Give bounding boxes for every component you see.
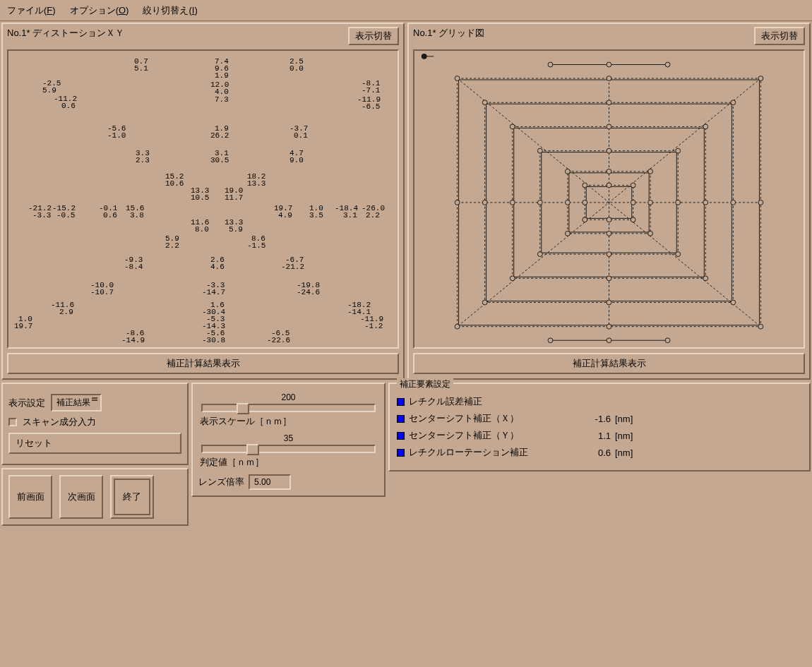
svg-point-51 xyxy=(607,169,611,174)
slider-group: 200 表示スケール［ｎｍ］ 35 判定値［ｎｍ］ レンズ倍率 5.00 xyxy=(191,383,386,497)
svg-point-48 xyxy=(607,252,611,257)
prev-screen-button[interactable]: 前画面 xyxy=(8,475,52,519)
svg-point-31 xyxy=(482,300,487,305)
next-screen-button[interactable]: 次画面 xyxy=(59,475,103,519)
distortion-value: -8.4 xyxy=(124,263,143,271)
distortion-value: -3.3 xyxy=(32,212,51,220)
svg-point-65 xyxy=(631,217,635,222)
menu-option[interactable]: オプション(O) xyxy=(70,4,129,17)
grid-toggle-button[interactable]: 表示切替 xyxy=(754,27,805,45)
svg-point-29 xyxy=(482,200,487,205)
svg-point-60 xyxy=(631,183,635,188)
correction-checkbox[interactable] xyxy=(397,432,405,440)
correction-checkbox[interactable] xyxy=(397,449,405,457)
display-settings-group: 表示設定 補正結果 スキャン成分入力 リセット xyxy=(1,383,189,465)
distortion-value: -22.6 xyxy=(267,337,290,344)
distortion-value: 19.7 xyxy=(14,323,32,330)
svg-point-54 xyxy=(648,200,653,205)
distortion-value: -10.7 xyxy=(90,289,114,296)
menu-file[interactable]: ファイル(F) xyxy=(7,4,56,17)
menu-iris[interactable]: 絞り切替え(I) xyxy=(143,4,197,17)
svg-point-45 xyxy=(537,200,542,205)
distortion-plot: 0.75.17.49.61.92.50.0-2.5 5.912.04.07.3-… xyxy=(7,49,399,349)
distortion-value: 10.5 xyxy=(191,194,209,202)
distortion-value: 10.6 xyxy=(165,180,184,188)
correction-row: センターシフト補正（Ｘ） -1.6 [nm] xyxy=(397,412,802,425)
svg-point-47 xyxy=(537,252,542,257)
distortion-toggle-button[interactable]: 表示切替 xyxy=(348,27,399,45)
scale-slider[interactable] xyxy=(201,404,376,412)
distortion-value: 26.2 xyxy=(210,132,229,140)
reset-button[interactable]: リセット xyxy=(8,433,181,454)
correction-checkbox[interactable] xyxy=(397,415,405,423)
distortion-value: 9.0 xyxy=(289,157,304,164)
svg-point-22 xyxy=(758,200,763,205)
svg-point-68 xyxy=(665,62,670,67)
distortion-value: 2.2 xyxy=(165,242,179,250)
exit-button[interactable]: 終了 xyxy=(110,475,154,519)
threshold-slider[interactable] xyxy=(201,445,376,453)
svg-point-27 xyxy=(607,100,611,105)
correction-row: レチクル誤差補正 xyxy=(397,395,802,408)
svg-point-43 xyxy=(607,148,611,153)
svg-point-28 xyxy=(731,100,736,105)
correction-value: 0.6 xyxy=(568,447,611,458)
scale-label: 表示スケール［ｎｍ］ xyxy=(200,415,377,428)
svg-point-40 xyxy=(607,276,611,281)
correction-label: レチクルローテーション補正 xyxy=(409,446,564,459)
svg-point-50 xyxy=(565,169,570,174)
grid-plot xyxy=(413,49,805,349)
scan-label: スキャン成分入力 xyxy=(23,416,96,428)
display-setting-dropdown[interactable]: 補正結果 xyxy=(51,394,102,411)
distortion-value: 2.9 xyxy=(59,308,73,316)
distortion-value: 2.3 xyxy=(136,157,150,164)
correction-value: -1.6 xyxy=(568,414,611,424)
svg-point-46 xyxy=(676,200,681,205)
svg-point-62 xyxy=(631,200,635,205)
grid-svg xyxy=(414,51,804,347)
distortion-value: 5.9 xyxy=(42,87,56,95)
svg-point-69 xyxy=(548,338,553,343)
grid-title: No.1* グリッド図 xyxy=(413,27,484,45)
distortion-value: 0.1 xyxy=(294,132,308,140)
display-setting-label: 表示設定 xyxy=(8,397,45,409)
distortion-value: 0.6 xyxy=(61,102,76,110)
lens-value-input[interactable]: 5.00 xyxy=(249,474,291,490)
distortion-result-button[interactable]: 補正計算結果表示 xyxy=(7,353,399,374)
svg-point-70 xyxy=(607,338,611,343)
svg-point-61 xyxy=(583,200,587,205)
lens-label: レンズ倍率 xyxy=(198,476,244,488)
svg-point-55 xyxy=(565,231,570,236)
distortion-title: No.1* ディストーションＸＹ xyxy=(7,27,124,45)
svg-point-49 xyxy=(676,252,681,257)
svg-point-59 xyxy=(607,183,611,188)
svg-point-21 xyxy=(455,200,460,205)
correction-group: 補正要素設定 レチクル誤差補正 センターシフト補正（Ｘ） -1.6 [nm] セ… xyxy=(388,383,811,471)
svg-point-64 xyxy=(607,217,611,222)
distortion-value: -30.8 xyxy=(202,337,225,344)
distortion-value: 5.1 xyxy=(134,65,148,73)
svg-point-33 xyxy=(731,300,736,305)
correction-checkbox[interactable] xyxy=(397,398,405,406)
distortion-value: -14.9 xyxy=(121,337,145,344)
svg-point-57 xyxy=(648,231,653,236)
distortion-value: 7.3 xyxy=(215,96,229,104)
svg-point-52 xyxy=(648,169,653,174)
svg-point-20 xyxy=(758,76,763,81)
distortion-value: -1.5 xyxy=(247,242,265,250)
svg-point-19 xyxy=(607,76,611,81)
svg-point-44 xyxy=(676,148,681,153)
correction-label: レチクル誤差補正 xyxy=(409,395,564,408)
distortion-value: 4.9 xyxy=(278,212,292,220)
distortion-value: 11.7 xyxy=(225,194,243,202)
correction-unit: [nm] xyxy=(615,447,633,458)
threshold-value: 35 xyxy=(198,433,378,443)
distortion-value: 3.1 xyxy=(343,212,357,220)
distortion-value: -0.5 xyxy=(56,212,75,220)
scan-checkbox[interactable] xyxy=(8,418,17,426)
grid-result-button[interactable]: 補正計算結果表示 xyxy=(413,353,805,374)
svg-point-63 xyxy=(583,217,587,222)
svg-point-32 xyxy=(607,300,611,305)
svg-point-41 xyxy=(703,276,708,281)
distortion-value: 4.6 xyxy=(210,263,225,271)
